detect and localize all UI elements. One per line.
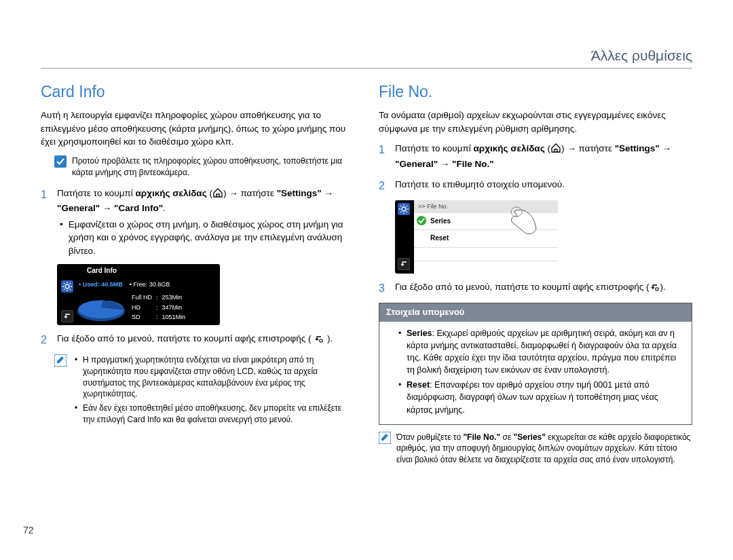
page-header: Άλλες ρυθμίσεις — [41, 48, 692, 69]
step1-text-a: Πατήστε το κουμπί — [57, 188, 136, 198]
pie-chart-icon — [73, 300, 129, 318]
footnote-2: Εάν δεν έχει τοποθετηθεί μέσο αποθήκευση… — [75, 403, 354, 426]
check-icon — [417, 216, 426, 225]
file-no-footnote: Όταν ρυθμίζετε το "File No." σε "Series"… — [379, 432, 692, 466]
pencil-note-icon — [54, 354, 67, 367]
submenu-items-box: Στοιχεία υπομενού Series: Εκχωρεί αριθμο… — [379, 303, 692, 425]
free-label: • Free: 30.8GB — [130, 281, 170, 288]
col-file-no: File No. Τα ονόματα (αριθμοί) αρχείων εκ… — [379, 81, 692, 474]
bullet-dot: • — [60, 218, 63, 258]
file-no-screenshot: >> File No. Series Reset — [395, 200, 558, 274]
step-number: 2 — [41, 332, 50, 348]
card-info-footnotes: Η πραγματική χωρητικότητα ενδέχεται να ε… — [54, 354, 354, 428]
gear-icon — [398, 203, 410, 215]
gear-icon — [61, 280, 73, 293]
note-insert-card: Προτού προβάλετε τις πληροφορίες χώρου α… — [54, 155, 354, 179]
step1-text-b: → πατήστε — [226, 188, 276, 198]
step1-bullet-text: Εμφανίζεται ο χώρος στη μνήμη, ο διαθέσι… — [69, 218, 354, 258]
file-no-step-2: 2 Πατήστε το επιθυμητό στοιχείο υπομενού… — [379, 178, 692, 193]
used-label: • Used: 40.5MB — [79, 281, 123, 288]
file-no-intro: Τα ονόματα (αριθμοί) αρχείων εκχωρούνται… — [379, 109, 692, 135]
back-button[interactable] — [61, 310, 73, 322]
step-number: 1 — [379, 142, 388, 170]
pencil-note-icon — [379, 432, 391, 444]
step-number: 2 — [379, 178, 388, 193]
col-card-info: Card Info Αυτή η λειτουργία εμφανίζει πλ… — [41, 81, 354, 474]
heading-card-info: Card Info — [41, 81, 354, 103]
card-info-screenshot: Card Info • Used: 40.5MB • Free: 30.8GB — [57, 264, 220, 324]
heading-file-no: File No. — [379, 81, 692, 103]
shot-title: Card Info — [57, 264, 220, 278]
step-number: 1 — [41, 187, 50, 258]
submenu-item-reset: Reset: Επαναφέρει τον αριθμό αρχείου στη… — [398, 379, 685, 415]
home-icon — [550, 143, 561, 157]
submenu-item-series: Series: Εκχωρεί αριθμούς αρχείων με αριθ… — [398, 327, 685, 377]
file-no-step2-text: Πατήστε το επιθυμητό στοιχείο υπομενού. — [395, 178, 692, 193]
home-icon — [212, 187, 223, 202]
menu-item-blank — [414, 248, 558, 261]
file-no-step-3: 3 Για έξοδο από το μενού, πατήστε το κου… — [379, 280, 692, 296]
page-number: 72 — [23, 525, 34, 536]
submenu-heading: Στοιχεία υπομενού — [379, 303, 692, 322]
file-no-step-1: 1 Πατήστε το κουμπί αρχικής σελίδας () →… — [379, 142, 692, 170]
step1-bold: αρχικής σελίδας — [136, 188, 207, 198]
step2-text-b: ). — [324, 333, 333, 343]
step2-text-a: Για έξοδο από το μενού, πατήστε το κουμπ… — [57, 333, 314, 343]
touch-hand-icon — [509, 203, 546, 236]
return-icon — [650, 282, 660, 296]
return-icon — [314, 334, 324, 348]
card-info-intro: Αυτή η λειτουργία εμφανίζει πληροφορίες … — [41, 109, 354, 149]
step-number: 3 — [379, 280, 388, 296]
resolution-table: Full HD:253Min HD:347Min SD:1051Min — [130, 292, 189, 323]
footnote-1: Η πραγματική χωρητικότητα ενδέχεται να ε… — [75, 354, 354, 400]
card-info-step-1: 1 Πατήστε το κουμπί αρχικής σελίδας () →… — [41, 187, 354, 258]
note-insert-card-text: Προτού προβάλετε τις πληροφορίες χώρου α… — [72, 155, 354, 179]
menu-item-blank — [414, 261, 558, 274]
check-note-icon — [54, 155, 67, 168]
card-info-step-2: 2 Για έξοδο από το μενού, πατήστε το κου… — [41, 332, 354, 348]
back-button[interactable] — [398, 258, 410, 270]
